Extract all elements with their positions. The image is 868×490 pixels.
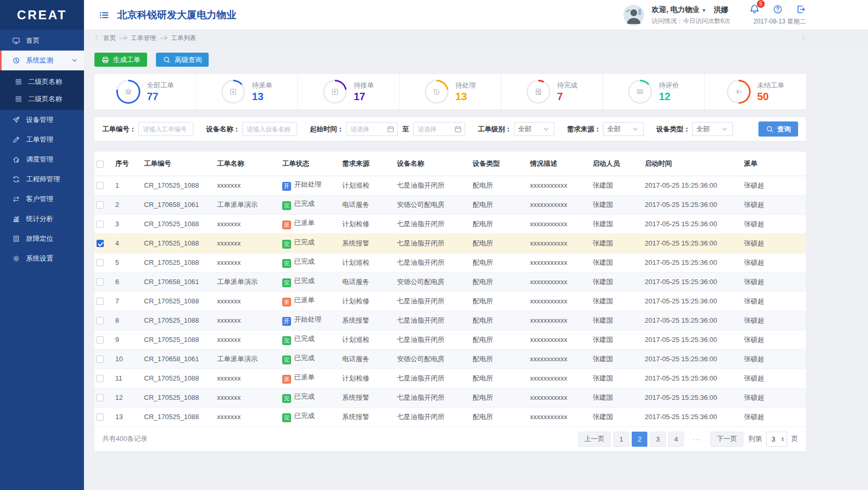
goto-prefix: 到第 bbox=[749, 434, 762, 444]
gear-icon bbox=[11, 254, 20, 263]
device-type: 配电所 bbox=[471, 311, 528, 330]
order-level-select[interactable]: 全部 bbox=[514, 122, 554, 136]
row-checkbox[interactable] bbox=[97, 356, 104, 363]
row-checkbox-cell bbox=[94, 369, 113, 388]
sidebar-item-label: 工程师管理 bbox=[26, 175, 60, 184]
page-button-2[interactable]: 2 bbox=[632, 432, 647, 447]
logout-icon[interactable] bbox=[795, 4, 806, 15]
stat-card-6[interactable]: 未结工单50 bbox=[705, 74, 806, 109]
table-row[interactable]: 8CR_170525_1088xxxxxxx开开始处理系统报警七星油脂开闭所配电… bbox=[94, 311, 806, 330]
next-page-button[interactable]: 下一页 bbox=[710, 432, 743, 447]
avatar[interactable] bbox=[623, 5, 644, 26]
column-header: 工单编号 bbox=[142, 152, 215, 176]
row-checkbox[interactable] bbox=[97, 336, 104, 344]
row-checkbox[interactable] bbox=[97, 182, 104, 189]
breadcrumb-forward-icon[interactable]: 〉 bbox=[802, 33, 809, 43]
sidebar-item-8[interactable]: 客户管理 bbox=[0, 189, 84, 209]
demand-source: 计划检修 bbox=[340, 291, 395, 311]
stat-card-2[interactable]: 待接单17 bbox=[298, 74, 400, 109]
demand-source-select[interactable]: 全部 bbox=[603, 122, 644, 136]
spinner-icon[interactable]: ▲▼ bbox=[781, 436, 785, 442]
list-menu-icon[interactable] bbox=[99, 10, 109, 20]
caret-down-icon[interactable]: ▼ bbox=[702, 8, 706, 13]
order-status: 派已派单 bbox=[280, 291, 340, 311]
row-checkbox[interactable] bbox=[97, 240, 104, 247]
prev-page-button[interactable]: 上一页 bbox=[578, 432, 611, 447]
table-row[interactable]: 11CR_170525_1088xxxxxxx派已派单计划检修七星油脂开闭所配电… bbox=[94, 369, 806, 388]
column-header: 设备类型 bbox=[471, 152, 528, 176]
row-checkbox[interactable] bbox=[97, 298, 104, 305]
row-checkbox[interactable] bbox=[97, 394, 104, 401]
select-all-checkbox[interactable] bbox=[97, 161, 104, 168]
stat-card-1[interactable]: 待派单13 bbox=[196, 74, 298, 109]
breadcrumb-item-workorder[interactable]: 工单管理 bbox=[131, 34, 156, 43]
row-checkbox[interactable] bbox=[97, 259, 104, 266]
stat-value: 50 bbox=[757, 91, 785, 103]
row-checkbox[interactable] bbox=[97, 375, 104, 382]
page-button-4[interactable]: 4 bbox=[668, 432, 684, 447]
help-icon[interactable] bbox=[773, 4, 783, 15]
sidebar-subitem[interactable]: 二级页名称 bbox=[0, 90, 84, 107]
breadcrumb-back-icon[interactable]: 〈 bbox=[91, 33, 98, 43]
starter: 张建国 bbox=[590, 176, 643, 195]
sidebar-item-9[interactable]: 统计分析 bbox=[0, 209, 84, 229]
row-checkbox[interactable] bbox=[97, 201, 104, 209]
sidebar-item-0[interactable]: 首页 bbox=[0, 31, 84, 51]
status-label: 已派单 bbox=[294, 296, 315, 304]
goto-page-input[interactable]: 3 ▲▼ bbox=[766, 432, 787, 447]
order-code: CR_170525_1088 bbox=[142, 234, 215, 253]
sidebar-item-4[interactable]: 设备管理 bbox=[0, 110, 84, 130]
sidebar-item-7[interactable]: 工程师管理 bbox=[0, 169, 84, 189]
sidebar-item-5[interactable]: 工单管理 bbox=[0, 130, 84, 150]
user-name[interactable]: 洪娜 bbox=[714, 5, 728, 14]
page-button-1[interactable]: 1 bbox=[613, 432, 629, 447]
table-row[interactable]: 4CR_170525_1088xxxxxxx完已完成系统报警七星油脂开闭所配电所… bbox=[94, 234, 806, 253]
table-row[interactable]: 1CR_170525_1088xxxxxxx开开始处理计划巡检七星油脂开闭所配电… bbox=[94, 176, 806, 195]
stat-card-4[interactable]: 待完成7 bbox=[501, 74, 603, 109]
table-row[interactable]: 3CR_170525_1088xxxxxxx派已派单计划检修七星油脂开闭所配电所… bbox=[94, 214, 806, 234]
starter: 张建国 bbox=[590, 330, 643, 349]
order-name: xxxxxxx bbox=[215, 291, 280, 311]
device-name: 七星油脂开闭所 bbox=[395, 234, 471, 253]
table-row[interactable]: 10CR_170658_1061工单派单演示完已完成电话服务安德公司配电房配电所… bbox=[94, 349, 806, 369]
stat-card-3[interactable]: 待处理13 bbox=[400, 74, 501, 109]
row-checkbox[interactable] bbox=[97, 317, 104, 324]
dispatch-icon bbox=[221, 80, 245, 104]
table-row[interactable]: 7CR_170525_1088xxxxxxx派已派单计划检修七星油脂开闭所配电所… bbox=[94, 291, 806, 311]
stat-card-5[interactable]: 待评价12 bbox=[603, 74, 705, 109]
sidebar-item-11[interactable]: 系统设置 bbox=[0, 249, 84, 268]
row-checkbox[interactable] bbox=[97, 220, 104, 228]
stat-progress-ring bbox=[221, 80, 245, 104]
grid-icon bbox=[15, 95, 22, 103]
device-type-select[interactable]: 全部 bbox=[692, 122, 733, 136]
table-row[interactable]: 5CR_170525_1088xxxxxxx完已完成计划巡检七星油脂开闭所配电所… bbox=[94, 253, 806, 272]
status-badge-icon: 完 bbox=[282, 336, 291, 345]
status-badge-icon: 开 bbox=[282, 182, 291, 191]
sidebar-subitem[interactable]: 二级页名称 bbox=[0, 73, 84, 90]
stat-card-0[interactable]: 全部工单77 bbox=[94, 74, 196, 109]
order-no-input[interactable] bbox=[138, 122, 194, 136]
row-checkbox[interactable] bbox=[97, 278, 104, 286]
status-badge-icon: 派 bbox=[282, 220, 291, 229]
table-row[interactable]: 6CR_170658_1061工单派单演示完已完成电话服务安德公司配电房配电所x… bbox=[94, 272, 806, 291]
bell-icon[interactable]: 5 bbox=[749, 4, 760, 15]
end-date-input[interactable] bbox=[413, 122, 465, 136]
advanced-query-button[interactable]: 高级查询 bbox=[156, 53, 209, 67]
page-button-3[interactable]: 3 bbox=[650, 432, 666, 447]
sidebar-item-10[interactable]: 故障定位 bbox=[0, 229, 84, 249]
breadcrumb-item-home[interactable]: 首页 bbox=[103, 34, 116, 43]
table-row[interactable]: 9CR_170525_1088xxxxxxx完已完成计划巡检七星油脂开闭所配电所… bbox=[94, 330, 806, 349]
row-checkbox-cell bbox=[94, 388, 113, 407]
search-button[interactable]: 查询 bbox=[758, 121, 798, 137]
generate-order-button[interactable]: 生成工单 bbox=[94, 53, 147, 67]
start-date-input[interactable] bbox=[346, 122, 398, 136]
table-row[interactable]: 13CR_170525_1088xxxxxxx完已完成系统报警七星油脂开闭所配电… bbox=[94, 407, 806, 426]
table-row[interactable]: 2CR_170658_1061工单派单演示完已完成电话服务安德公司配电房配电所x… bbox=[94, 195, 806, 214]
start-time: 2017-05-25 15:25:36:00 bbox=[643, 176, 742, 195]
table-row[interactable]: 12CR_170525_1088xxxxxxx完已完成系统报警七星油脂开闭所配电… bbox=[94, 388, 806, 407]
sidebar-item-1[interactable]: 系统监测 bbox=[0, 51, 84, 70]
breadcrumb-item-list[interactable]: 工单列表 bbox=[171, 34, 196, 43]
sidebar-item-6[interactable]: 调度管理 bbox=[0, 150, 84, 169]
row-checkbox[interactable] bbox=[97, 413, 104, 421]
device-name-input[interactable] bbox=[242, 122, 297, 136]
